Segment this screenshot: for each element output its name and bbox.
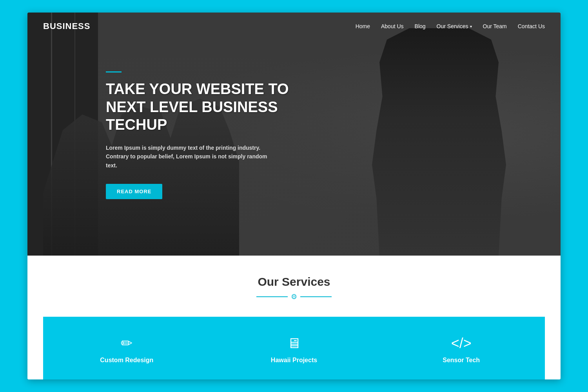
custom-redesign-label: Custom Redesign [100, 357, 153, 364]
nav-services[interactable]: Our Services [437, 23, 468, 29]
hero-section: BUSINESS Home About Us Blog Our Services… [27, 13, 561, 256]
hero-divider-line [106, 71, 122, 73]
services-title: Our Services [43, 275, 545, 289]
divider-line-right [300, 296, 332, 297]
nav-about[interactable]: About Us [381, 23, 404, 29]
hero-content: TAKE YOUR WEBSITE TO NEXT LEVEL BUSINESS… [27, 40, 561, 256]
browser-window: BUSINESS Home About Us Blog Our Services… [27, 13, 561, 379]
nav-blog[interactable]: Blog [415, 23, 426, 29]
dropdown-arrow-icon: ▾ [470, 24, 472, 29]
nav-links: Home About Us Blog Our Services ▾ Our Te… [356, 23, 545, 30]
hero-title: TAKE YOUR WEBSITE TO NEXT LEVEL BUSINESS… [106, 80, 302, 134]
brand-logo[interactable]: BUSINESS [43, 21, 90, 31]
services-header: Our Services ⚙ [43, 275, 545, 301]
hawaii-projects-icon: 🖥 [287, 336, 301, 350]
hero-subtitle: Lorem Ipsum is simply dummy text of the … [106, 143, 270, 170]
services-divider: ⚙ [43, 292, 545, 301]
hawaii-projects-label: Hawaii Projects [271, 357, 317, 364]
service-card-hawaii-projects[interactable]: 🖥 Hawaii Projects [211, 317, 378, 379]
nav-services-dropdown[interactable]: Our Services ▾ [437, 23, 472, 29]
read-more-button[interactable]: READ MORE [106, 184, 162, 199]
divider-line-left [256, 296, 288, 297]
services-section: Our Services ⚙ ✏ Custom Redesign 🖥 Hawai… [27, 256, 561, 379]
service-card-sensor-tech[interactable]: </> Sensor Tech [377, 317, 545, 379]
navbar: BUSINESS Home About Us Blog Our Services… [27, 13, 561, 40]
nav-home[interactable]: Home [356, 23, 370, 29]
nav-team[interactable]: Our Team [483, 23, 507, 29]
sensor-tech-label: Sensor Tech [443, 357, 480, 364]
services-divider-icon: ⚙ [291, 292, 297, 301]
services-cards: ✏ Custom Redesign 🖥 Hawaii Projects </> … [43, 317, 545, 379]
service-card-custom-redesign[interactable]: ✏ Custom Redesign [43, 317, 211, 379]
nav-contact[interactable]: Contact Us [518, 23, 545, 29]
sensor-tech-icon: </> [451, 336, 472, 350]
custom-redesign-icon: ✏ [121, 336, 132, 350]
